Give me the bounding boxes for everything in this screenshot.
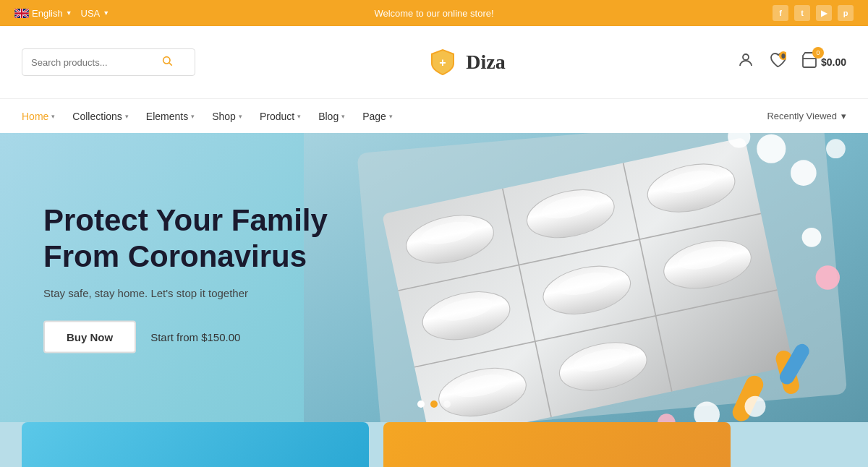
- product-dropdown-arrow: ▾: [297, 113, 301, 120]
- hero-title: Protect Your Family From Coronavirus: [43, 202, 328, 275]
- header: + Diza 0 0 $0.00: [0, 26, 868, 98]
- pinterest-icon[interactable]: p: [838, 5, 854, 21]
- hero-subtitle: Stay safe, stay home. Let's stop it toge…: [43, 286, 328, 299]
- cart-badge: 0: [812, 47, 824, 59]
- slide-dot-3[interactable]: [443, 400, 451, 408]
- slide-dot-2[interactable]: [430, 400, 438, 408]
- svg-point-64: [802, 228, 822, 247]
- country-selector[interactable]: USA ▼: [81, 8, 110, 19]
- lang-dropdown-arrow: ▼: [66, 9, 72, 17]
- nav-items: Home ▾ Collections ▾ Elements ▾ Shop ▾ P…: [22, 111, 393, 122]
- search-input[interactable]: [31, 57, 161, 68]
- twitter-icon[interactable]: t: [794, 5, 810, 21]
- hero-content: Protect Your Family From Coronavirus Sta…: [43, 202, 328, 354]
- nav-item-elements[interactable]: Elements ▾: [146, 111, 195, 122]
- nav-item-product[interactable]: Product ▾: [260, 111, 301, 122]
- welcome-message: Welcome to our online store!: [374, 8, 493, 19]
- card-blue: [22, 422, 369, 467]
- blog-dropdown-arrow: ▾: [341, 113, 345, 120]
- nav-bar: Home ▾ Collections ▾ Elements ▾ Shop ▾ P…: [0, 98, 868, 133]
- logo-shield-icon: +: [427, 46, 459, 78]
- uk-flag-icon: [14, 9, 29, 18]
- svg-text:0: 0: [782, 53, 785, 59]
- account-button[interactable]: [737, 51, 754, 73]
- nav-item-page[interactable]: Page ▾: [362, 111, 393, 122]
- svg-point-59: [791, 160, 817, 186]
- nav-item-home[interactable]: Home ▾: [22, 111, 55, 122]
- page-dropdown-arrow: ▾: [389, 113, 393, 120]
- hero-image: [304, 133, 868, 422]
- country-label: USA: [81, 8, 101, 19]
- svg-point-4: [743, 54, 749, 60]
- nav-item-blog[interactable]: Blog ▾: [318, 111, 345, 122]
- elements-dropdown-arrow: ▾: [191, 113, 195, 120]
- nav-item-shop[interactable]: Shop ▾: [212, 111, 242, 122]
- recently-viewed[interactable]: Recently Viewed ▾: [767, 111, 846, 121]
- nav-item-collections[interactable]: Collections ▾: [72, 111, 128, 122]
- cart-button[interactable]: 0: [801, 51, 818, 73]
- wishlist-button[interactable]: 0: [769, 51, 786, 73]
- home-dropdown-arrow: ▾: [51, 113, 55, 120]
- recently-viewed-arrow: ▾: [841, 111, 846, 121]
- search-button[interactable]: [161, 55, 173, 69]
- hero-price-text: Start from $150.00: [150, 330, 240, 343]
- logo-text: Diza: [466, 51, 505, 74]
- header-icons: 0 0 $0.00: [737, 51, 846, 73]
- hero-section: Protect Your Family From Coronavirus Sta…: [0, 133, 868, 422]
- slide-dot-1[interactable]: [417, 400, 425, 408]
- language-selector[interactable]: English ▼: [14, 8, 72, 19]
- youtube-icon[interactable]: ▶: [816, 5, 832, 21]
- country-dropdown-arrow: ▼: [103, 9, 109, 17]
- card-orange: [383, 422, 731, 467]
- hero-dots: [417, 400, 451, 408]
- cart-wrapper[interactable]: 0 $0.00: [801, 51, 846, 73]
- search-box[interactable]: [22, 48, 195, 76]
- facebook-icon[interactable]: f: [773, 5, 788, 21]
- svg-point-1: [163, 57, 170, 64]
- hero-actions: Buy Now Start from $150.00: [43, 320, 328, 353]
- logo[interactable]: + Diza: [427, 46, 505, 78]
- social-icons: f t ▶ p: [773, 5, 854, 21]
- svg-point-57: [757, 134, 786, 163]
- shop-dropdown-arrow: ▾: [239, 113, 242, 120]
- collections-dropdown-arrow: ▾: [125, 113, 129, 120]
- language-label: English: [32, 8, 63, 19]
- svg-point-60: [826, 139, 846, 158]
- cart-price: $0.00: [821, 56, 846, 68]
- top-bar-left: English ▼ USA ▼: [14, 8, 109, 19]
- svg-point-63: [816, 265, 840, 289]
- top-bar: English ▼ USA ▼ Welcome to our online st…: [0, 0, 868, 26]
- svg-text:+: +: [440, 56, 446, 69]
- svg-point-66: [745, 396, 766, 417]
- svg-line-2: [169, 63, 172, 66]
- buy-now-button[interactable]: Buy Now: [43, 320, 136, 353]
- bottom-cards-peek: [0, 422, 868, 467]
